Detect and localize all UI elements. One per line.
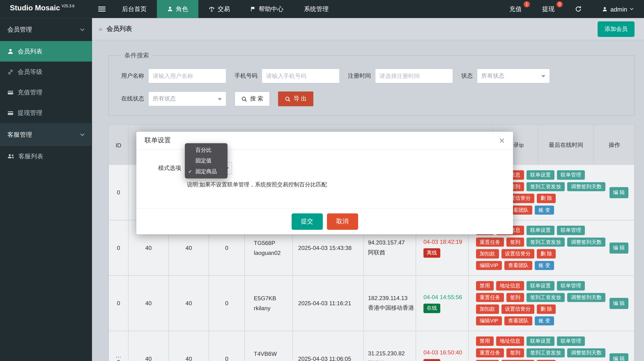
row-id: 0 xyxy=(117,359,120,361)
action-button[interactable]: 联单管理 xyxy=(557,170,585,180)
user-menu[interactable]: admin xyxy=(592,0,644,18)
action-button[interactable]: 账 变 xyxy=(535,316,554,325)
export-button[interactable]: 导 出 xyxy=(278,91,313,106)
status-select[interactable]: 所有状态 xyxy=(477,68,550,83)
phone-input[interactable] xyxy=(262,68,340,83)
action-button[interactable]: 删 除 xyxy=(537,305,556,314)
nav-withdraw[interactable]: 提现 0 xyxy=(532,0,564,18)
action-button[interactable]: 设置信誉分 xyxy=(501,360,534,361)
edit-button[interactable]: 编 辑 xyxy=(609,298,628,309)
dropdown-option[interactable]: 百分比 xyxy=(185,145,228,155)
submit-button[interactable]: 提交 xyxy=(292,213,323,230)
sidebar-item-withdraw[interactable]: 提现管理 xyxy=(0,103,92,123)
edit-button[interactable]: 编 辑 xyxy=(609,242,628,254)
ip-region: 阿联酋 xyxy=(368,360,385,361)
ip-region: 香港中国移动香港 xyxy=(368,305,414,312)
action-button[interactable]: 删 除 xyxy=(537,360,556,361)
action-button[interactable]: 地址信息 xyxy=(496,337,524,346)
action-button[interactable]: 联单设置 xyxy=(526,170,554,180)
action-button[interactable]: 调整签到天数 xyxy=(567,293,605,302)
nav-item-dashboard[interactable]: 后台首页 xyxy=(112,0,157,18)
action-button[interactable]: 签到 xyxy=(506,348,524,357)
action-button[interactable]: 设置信誉分 xyxy=(501,249,534,258)
action-button[interactable]: 联单管理 xyxy=(557,226,585,235)
action-button[interactable]: 签到工资发放 xyxy=(526,293,564,302)
search-button[interactable]: 搜 索 xyxy=(234,91,270,106)
page-title: 会员列表 xyxy=(106,25,132,33)
action-button[interactable]: 查看团队 xyxy=(504,261,532,270)
breadcrumb: » 会员列表 添加会员 xyxy=(92,18,644,40)
action-button[interactable]: 编辑VIP xyxy=(476,261,502,270)
regtime-input[interactable] xyxy=(375,68,453,83)
action-button[interactable]: 删 除 xyxy=(537,249,556,258)
recharge-badge: 1 xyxy=(524,1,530,7)
login-ip: 182.239.114.13 xyxy=(368,295,408,301)
action-button[interactable]: 联单设置 xyxy=(526,226,554,235)
login-ip: 94.203.157.47 xyxy=(368,239,405,246)
brand: Studio Mosaic V25.3.6 xyxy=(0,0,92,18)
action-button[interactable]: 加扣款 xyxy=(476,305,499,314)
table-row: 0 40 40 0 E5G7KBrkilany 2025-04-03 11:16… xyxy=(109,276,634,331)
online-status-label: 在线状态 xyxy=(121,95,144,103)
sidebar-item-label: 会员列表 xyxy=(18,47,42,55)
action-button[interactable]: 禁用 xyxy=(476,281,494,290)
nav-item-label: 充值 xyxy=(509,5,522,13)
close-icon[interactable]: × xyxy=(499,136,504,145)
nav-item-roles[interactable]: 角色 xyxy=(157,0,198,18)
status-badge: 离线 xyxy=(424,248,440,258)
cancel-button[interactable]: 取消 xyxy=(327,213,358,230)
online-status-field-group: 在线状态 所有状态 xyxy=(121,91,226,106)
dropdown-option[interactable]: ✓固定商品 xyxy=(185,166,228,177)
nav-item-label: 后台首页 xyxy=(122,5,147,13)
action-button[interactable]: 设置信誉分 xyxy=(501,305,534,314)
nav-item-help[interactable]: 帮助中心 xyxy=(240,0,294,18)
nav-item-trade[interactable]: 交易 xyxy=(198,0,240,18)
sidebar-item-service-list[interactable]: 客服列表 xyxy=(0,146,92,167)
action-button[interactable]: 禁用 xyxy=(476,337,494,346)
action-button[interactable]: 签到工资发放 xyxy=(526,348,564,357)
action-button[interactable]: 加扣款 xyxy=(476,360,499,361)
dropdown-option[interactable]: 固定值 xyxy=(185,156,228,166)
action-button[interactable]: 调整签到天数 xyxy=(567,348,605,357)
action-button[interactable]: 账 变 xyxy=(535,205,554,215)
action-button[interactable]: 重置任务 xyxy=(476,237,504,247)
sidebar-group-members[interactable]: 会员管理 xyxy=(0,18,92,41)
column-header: 操作 xyxy=(594,125,635,165)
action-button[interactable]: 联单设置 xyxy=(526,281,554,290)
username-input[interactable] xyxy=(148,68,226,83)
online-status-select[interactable]: 所有状态 xyxy=(148,91,226,106)
action-button[interactable]: 调整签到天数 xyxy=(567,237,605,247)
sidebar-item-label: 客服列表 xyxy=(18,152,43,160)
add-member-button[interactable]: 添加会员 xyxy=(598,21,634,37)
main-menu: 后台首页 角色 交易 帮助中心 系统管理 xyxy=(112,0,339,18)
action-button[interactable]: 重置任务 xyxy=(476,348,504,357)
action-button[interactable]: 重置任务 xyxy=(476,293,504,302)
edit-button[interactable]: 编 辑 xyxy=(609,187,628,198)
action-button[interactable]: 查看团队 xyxy=(504,316,532,325)
action-button[interactable]: 账 变 xyxy=(535,261,554,270)
action-button[interactable]: 签到 xyxy=(506,237,524,247)
sidebar-item-member-level[interactable]: 会员等级 xyxy=(0,62,92,82)
action-button[interactable]: 加扣款 xyxy=(476,249,499,258)
nav-item-system[interactable]: 系统管理 xyxy=(294,0,339,18)
modal-footer: 提交 取消 xyxy=(136,208,513,234)
action-button[interactable]: 签到工资发放 xyxy=(526,237,564,247)
action-button[interactable]: 编辑VIP xyxy=(476,316,502,325)
sidebar-item-recharge[interactable]: 充值管理 xyxy=(0,82,92,103)
sidebar-item-member-list[interactable]: 会员列表 xyxy=(0,41,92,61)
refresh-icon[interactable] xyxy=(565,0,592,18)
edit-button[interactable]: 编 辑 xyxy=(609,353,628,361)
username-label: 用户名称 xyxy=(121,72,144,79)
scale-icon xyxy=(209,6,215,12)
action-button[interactable]: 签到工资发放 xyxy=(526,182,564,191)
action-button[interactable]: 调整签到天数 xyxy=(567,182,605,191)
action-button[interactable]: 联单管理 xyxy=(557,337,585,346)
sidebar-group-service[interactable]: 客服管理 xyxy=(0,123,92,146)
action-button[interactable]: 地址信息 xyxy=(496,281,524,290)
action-button[interactable]: 联单设置 xyxy=(526,337,554,346)
action-button[interactable]: 联单管理 xyxy=(557,281,585,290)
sidebar-toggle-icon[interactable] xyxy=(92,0,112,18)
action-button[interactable]: 删 除 xyxy=(537,194,556,203)
nav-recharge[interactable]: 充值 1 xyxy=(499,0,532,18)
action-button[interactable]: 签到 xyxy=(506,293,524,302)
